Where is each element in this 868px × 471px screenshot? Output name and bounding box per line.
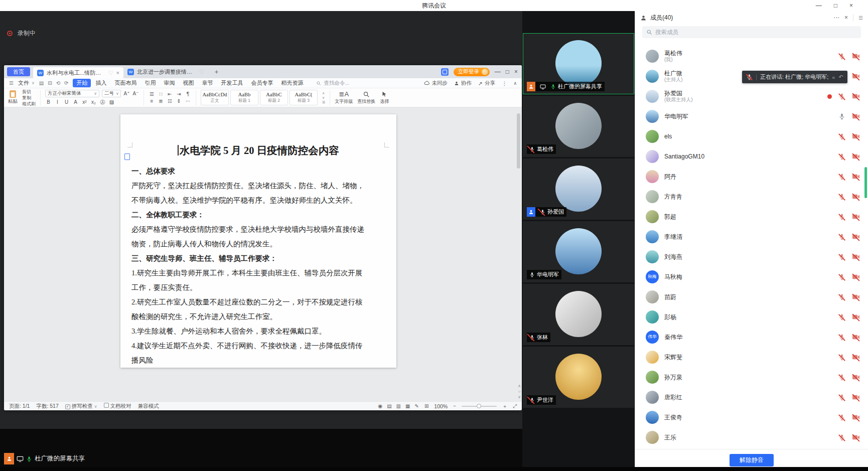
unmute-button[interactable]: 解除静音	[730, 454, 774, 466]
format-icon[interactable]: x₂	[90, 99, 97, 105]
camera-icon[interactable]	[852, 394, 860, 400]
login-button[interactable]: 立即登录	[454, 68, 490, 76]
menu-tab[interactable]: 引用	[141, 79, 159, 87]
paragraph-icon[interactable]: ∷	[158, 91, 164, 97]
paragraph-icon[interactable]: ⇤	[167, 91, 173, 97]
menu-tab[interactable]: 页面布局	[111, 79, 140, 87]
video-tile[interactable]: 华电明军	[523, 221, 634, 282]
view-mode-icon[interactable]: ▤	[387, 403, 391, 409]
menu-tab[interactable]: 章节	[198, 79, 216, 87]
format-icon[interactable]: U	[63, 99, 70, 105]
mic-icon[interactable]	[838, 113, 845, 120]
quick-tool-icon[interactable]: ⊟	[48, 80, 52, 86]
format-icon[interactable]: I	[54, 99, 61, 105]
camera-icon[interactable]	[852, 434, 860, 440]
mic-icon[interactable]	[838, 334, 845, 341]
camera-icon[interactable]	[852, 334, 860, 340]
video-tile[interactable]: 尹世洋	[523, 347, 634, 408]
spell-check-toggle[interactable]: ✓拼写检查 ∨	[65, 403, 97, 410]
camera-icon[interactable]	[852, 254, 860, 260]
collapse-ribbon-icon[interactable]: ∧	[513, 81, 517, 86]
wps-close-button[interactable]: ×	[514, 68, 518, 75]
mic-icon[interactable]	[838, 414, 845, 421]
menu-tab[interactable]: 开始	[73, 79, 91, 87]
page-nav-icon[interactable]: ○	[518, 389, 521, 394]
copy-button[interactable]: 复制	[22, 95, 31, 100]
video-tile[interactable]: 葛桧伟	[523, 96, 634, 157]
font-name-select[interactable]: 方正小标宋简体 ∨	[45, 90, 99, 97]
camera-icon[interactable]	[852, 113, 860, 119]
camera-icon[interactable]	[852, 354, 860, 360]
undo-icon[interactable]: ↶	[838, 74, 843, 80]
view-mode-icon[interactable]: ▥	[396, 403, 401, 409]
wps-home-button[interactable]: 首页	[7, 67, 30, 76]
font-size-select[interactable]: 二号 ∨	[102, 90, 121, 97]
mic-icon[interactable]	[838, 93, 845, 100]
document-page[interactable]: 水电学院 5 月 20 日疫情防控会内容 一、总体要求严防死守，坚决扛起疫情防控…	[120, 114, 396, 368]
alignment-icon[interactable]: ≡	[149, 98, 155, 104]
alignment-icon[interactable]: ≣	[158, 98, 164, 104]
insert-widget-icon[interactable]	[124, 153, 130, 160]
fit-page-icon[interactable]: ⊞	[424, 403, 428, 409]
format-icon[interactable]: x²	[81, 99, 88, 105]
member-row[interactable]: 方青青	[635, 187, 868, 207]
camera-icon[interactable]	[852, 133, 860, 139]
style-card[interactable]: AaBb 标题 1	[230, 90, 258, 105]
camera-icon[interactable]	[852, 93, 860, 99]
collaborate-button[interactable]: 协作	[454, 80, 472, 87]
zoom-slider[interactable]	[462, 406, 497, 407]
more-options-icon[interactable]: ⋮	[502, 80, 507, 86]
font-tool-icon[interactable]: A⁺	[123, 91, 130, 96]
member-search-box[interactable]	[642, 26, 861, 38]
close-button[interactable]: ×	[849, 2, 853, 9]
mic-icon[interactable]	[838, 374, 845, 381]
styles-more-icon[interactable]: ☰	[322, 100, 325, 104]
page-nav-icon[interactable]: ∨	[518, 395, 521, 399]
camera-icon[interactable]	[852, 174, 860, 180]
format-icon[interactable]: A	[72, 99, 79, 105]
mic-icon[interactable]	[838, 233, 845, 240]
camera-icon[interactable]	[852, 374, 860, 380]
document-canvas[interactable]: 水电学院 5 月 20 日疫情防控会内容 一、总体要求严防死守，坚决扛起疫情防控…	[4, 107, 522, 401]
member-row[interactable]: 孙万泉	[635, 367, 868, 387]
format-icon[interactable]: Ⓐ	[99, 99, 106, 106]
member-row[interactable]: 彭杨	[635, 307, 868, 327]
find-replace-button[interactable]: 查找替换	[357, 91, 375, 105]
mic-icon[interactable]	[838, 394, 845, 401]
quick-tool-icon[interactable]: ⟳	[64, 80, 68, 86]
view-mode-icon[interactable]: ▦	[405, 403, 410, 409]
member-row[interactable]: 王乐	[635, 427, 868, 447]
quick-tool-icon[interactable]: ▤	[39, 80, 44, 86]
tab-close-icon[interactable]: ×	[116, 70, 119, 76]
wps-promo-icon[interactable]	[441, 68, 449, 76]
style-card[interactable]: AaBbC( 标题 3	[290, 90, 318, 105]
camera-icon[interactable]	[852, 153, 860, 160]
favorite-icon[interactable]: ♡	[199, 69, 204, 75]
document-scrollbar[interactable]	[517, 111, 520, 382]
proofread-button[interactable]: 文档校对	[104, 403, 131, 410]
member-row[interactable]: 刘海燕	[635, 247, 868, 267]
favorite-icon[interactable]: ♡	[108, 70, 113, 76]
member-row[interactable]: 孙爱国 (联席主持人)	[635, 86, 868, 106]
member-row[interactable]: SantiagoGM10	[635, 146, 868, 167]
view-mode-icon[interactable]: ✎	[415, 403, 419, 409]
alignment-icon[interactable]: ⇕	[176, 98, 182, 104]
member-row[interactable]: 伟华 秦伟华	[635, 327, 868, 347]
wps-doc-tab-inactive[interactable]: W 北京进一步调整疫情防控措施 ♡	[123, 67, 208, 77]
zoom-out-button[interactable]: −	[453, 403, 456, 409]
page-nav-icon[interactable]: ∧	[518, 384, 521, 388]
file-menu[interactable]: 文件 ∨	[18, 79, 35, 87]
camera-icon[interactable]	[852, 214, 860, 220]
member-row[interactable]: 王俊奇	[635, 407, 868, 427]
mic-icon[interactable]	[838, 293, 845, 300]
menu-tab[interactable]: 会员专享	[247, 79, 276, 87]
quick-tool-icon[interactable]: ⟲	[56, 80, 60, 86]
sync-status[interactable]: 未同步	[424, 80, 448, 87]
paragraph-icon[interactable]: ☰	[149, 91, 155, 97]
mic-icon[interactable]	[838, 153, 845, 160]
menu-tab[interactable]: 插入	[92, 79, 110, 87]
text-layout-button[interactable]: ≣A 文字排版	[335, 91, 353, 105]
panel-menu-icon[interactable]: ☰	[858, 15, 863, 21]
mic-icon[interactable]	[838, 193, 845, 200]
styles-down-icon[interactable]: ∨	[322, 96, 325, 100]
